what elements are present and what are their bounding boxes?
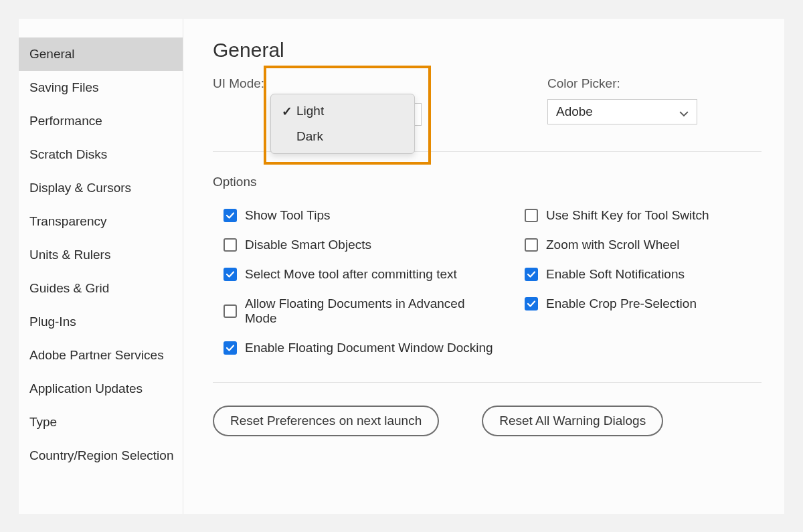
checkbox-unchecked-icon[interactable] <box>525 209 538 222</box>
checkbox-unchecked-icon[interactable] <box>224 238 237 252</box>
sidebar-item-units-rulers[interactable]: Units & Rulers <box>19 238 183 272</box>
options-heading: Options <box>213 175 762 189</box>
sidebar-item-label: Country/Region Selection <box>29 448 173 462</box>
sidebar-item-label: Application Updates <box>29 381 143 395</box>
divider <box>213 382 762 383</box>
page-title: General <box>213 39 762 62</box>
sidebar-item-guides-grid[interactable]: Guides & Grid <box>19 272 183 305</box>
sidebar-item-general[interactable]: General <box>19 37 183 71</box>
color-picker-label: Color Picker: <box>547 76 762 91</box>
checkbox-checked-icon[interactable] <box>224 268 237 281</box>
option-enable-soft-notifications[interactable]: Enable Soft Notifications <box>525 267 709 282</box>
option-label: Enable Soft Notifications <box>546 267 685 282</box>
options-grid: Show Tool TipsDisable Smart ObjectsSelec… <box>213 208 762 355</box>
sidebar-item-adobe-partner-services[interactable]: Adobe Partner Services <box>19 339 183 372</box>
sidebar-item-transparency[interactable]: Transparency <box>19 205 183 238</box>
sidebar-item-label: Plug-Ins <box>29 315 76 329</box>
option-allow-floating-documents-in-advanced-mode[interactable]: Allow Floating Documents in Advanced Mod… <box>224 296 498 326</box>
checkbox-checked-icon[interactable] <box>525 268 538 281</box>
sidebar-item-performance[interactable]: Performance <box>19 104 183 138</box>
option-label: Show Tool Tips <box>245 208 330 223</box>
sidebar-item-label: Transparency <box>29 214 106 228</box>
ui-mode-option-light[interactable]: ✓Light <box>271 98 414 124</box>
option-label: Allow Floating Documents in Advanced Mod… <box>245 296 498 326</box>
sidebar-item-saving-files[interactable]: Saving Files <box>19 71 183 104</box>
checkbox-checked-icon[interactable] <box>525 297 538 311</box>
sidebar-item-label: Units & Rulers <box>29 248 110 262</box>
checkbox-checked-icon[interactable] <box>224 341 237 355</box>
checkbox-unchecked-icon[interactable] <box>525 238 538 252</box>
option-show-tool-tips[interactable]: Show Tool Tips <box>224 208 498 223</box>
chevron-down-icon <box>679 107 689 116</box>
preferences-panel: GeneralSaving FilesPerformanceScratch Di… <box>19 19 784 514</box>
reset-preferences-button[interactable]: Reset Preferences on next launch <box>213 406 439 436</box>
option-use-shift-key-for-tool-switch[interactable]: Use Shift Key for Tool Switch <box>525 208 709 223</box>
sidebar-item-label: Guides & Grid <box>29 281 109 295</box>
sidebar-item-application-updates[interactable]: Application Updates <box>19 372 183 406</box>
option-enable-floating-document-window-docking[interactable]: Enable Floating Document Window Docking <box>224 341 498 355</box>
option-label: Zoom with Scroll Wheel <box>546 238 680 252</box>
options-column-left: Show Tool TipsDisable Smart ObjectsSelec… <box>224 208 498 355</box>
option-enable-crop-pre-selection[interactable]: Enable Crop Pre-Selection <box>525 296 709 311</box>
sidebar-item-country-region-selection[interactable]: Country/Region Selection <box>19 439 183 472</box>
color-picker-select[interactable]: Adobe <box>547 99 697 124</box>
sidebar-item-label: Saving Files <box>29 80 99 94</box>
menu-item-label: Light <box>296 104 324 118</box>
option-label: Enable Crop Pre-Selection <box>546 296 697 311</box>
preferences-sidebar: GeneralSaving FilesPerformanceScratch Di… <box>19 19 183 514</box>
option-label: Select Move tool after committing text <box>245 267 457 282</box>
color-picker-value: Adobe <box>556 104 593 119</box>
menu-item-label: Dark <box>296 129 323 144</box>
options-column-right: Use Shift Key for Tool SwitchZoom with S… <box>525 208 709 355</box>
sidebar-item-label: Display & Cursors <box>29 181 131 195</box>
ui-mode-dropdown-menu[interactable]: ✓LightDark <box>270 94 415 154</box>
ui-mode-label: UI Mode: <box>213 76 427 91</box>
button-row: Reset Preferences on next launch Reset A… <box>213 406 762 436</box>
reset-warnings-button[interactable]: Reset All Warning Dialogs <box>482 406 663 436</box>
sidebar-item-label: Performance <box>29 114 102 128</box>
sidebar-item-type[interactable]: Type <box>19 406 183 439</box>
sidebar-item-label: General <box>29 47 75 61</box>
ui-mode-option-dark[interactable]: Dark <box>271 124 414 149</box>
option-label: Use Shift Key for Tool Switch <box>546 208 709 223</box>
color-picker-field: Color Picker: Adobe <box>547 76 762 124</box>
preferences-main: General UI Mode: Color Picker: Adobe Opt… <box>183 19 784 514</box>
checkmark-icon: ✓ <box>282 104 296 119</box>
sidebar-item-scratch-disks[interactable]: Scratch Disks <box>19 138 183 171</box>
option-zoom-with-scroll-wheel[interactable]: Zoom with Scroll Wheel <box>525 238 709 252</box>
option-disable-smart-objects[interactable]: Disable Smart Objects <box>224 238 498 252</box>
option-select-move-tool-after-committing-text[interactable]: Select Move tool after committing text <box>224 267 498 282</box>
sidebar-item-label: Type <box>29 415 57 429</box>
sidebar-item-label: Adobe Partner Services <box>29 348 164 362</box>
option-label: Disable Smart Objects <box>245 238 371 252</box>
option-label: Enable Floating Document Window Docking <box>245 341 493 355</box>
checkbox-checked-icon[interactable] <box>224 209 237 222</box>
sidebar-item-plug-ins[interactable]: Plug-Ins <box>19 305 183 339</box>
sidebar-item-label: Scratch Disks <box>29 147 107 161</box>
checkbox-unchecked-icon[interactable] <box>224 304 237 318</box>
sidebar-item-display-cursors[interactable]: Display & Cursors <box>19 171 183 205</box>
